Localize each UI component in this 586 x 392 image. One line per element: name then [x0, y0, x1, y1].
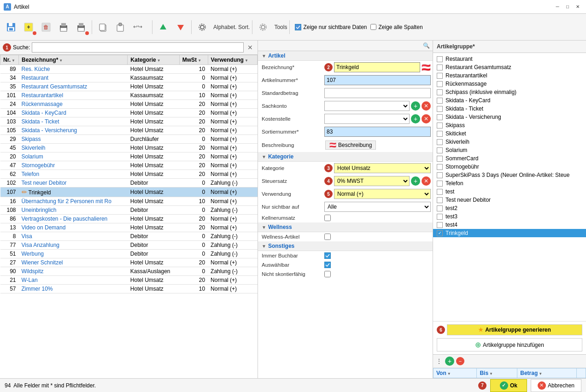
table-row[interactable]: 107 ✏ Trinkgeld Hotel Umsatz 0 Normal (+… — [0, 187, 258, 197]
nicht-skontierfaehig-checkbox[interactable] — [324, 271, 331, 277]
cancel-button[interactable]: ✕ Abbrechen — [531, 379, 581, 392]
article-group-item[interactable]: Restaurant Gesamtumsatz — [433, 63, 586, 71]
ag-checkbox[interactable] — [437, 197, 443, 203]
article-group-item[interactable]: SommerCard — [433, 154, 586, 163]
save-button[interactable] — [3, 19, 19, 35]
print2-button[interactable] — [73, 19, 89, 35]
search-icon[interactable]: 🔍 — [423, 42, 430, 49]
price-col-betrag[interactable]: Betrag▼ — [517, 369, 577, 378]
kostenstelle-clear-button[interactable]: ✕ — [422, 114, 431, 123]
ag-checkbox[interactable] — [437, 123, 443, 129]
maximize-button[interactable]: □ — [563, 2, 572, 12]
table-row[interactable]: 45 Skiverleih Hotel Umsatz 20 Normal (+) — [0, 144, 258, 152]
show-visible-check[interactable]: Zeige nur sichtbare Daten — [295, 24, 367, 30]
article-group-item[interactable]: Rückenmassage — [433, 80, 586, 88]
ag-checkbox[interactable] — [437, 205, 443, 211]
ag-checkbox[interactable] — [437, 81, 443, 87]
ag-checkbox[interactable] — [437, 164, 443, 170]
ag-checkbox[interactable]: ✓ — [437, 230, 443, 236]
table-row[interactable]: 29 Skipass Durchläufer 0 Normal (+) — [0, 135, 258, 144]
artikelnummer-input[interactable] — [324, 75, 431, 85]
table-row[interactable]: 16 Übernachtung für 2 Personen mit Ro Ho… — [0, 197, 258, 206]
ag-checkbox[interactable] — [437, 172, 443, 178]
ag-checkbox[interactable] — [437, 64, 443, 70]
show-all-columns-checkbox[interactable] — [370, 24, 376, 30]
article-group-item[interactable]: Telefon — [433, 179, 586, 187]
ag-checkbox[interactable] — [437, 98, 443, 104]
tools-icon[interactable] — [255, 19, 271, 35]
immer-buchbar-checkbox[interactable] — [324, 252, 331, 259]
table-row[interactable]: 8 Visa Debitor 0 Zahlung (-) — [0, 232, 258, 241]
col-verwendung[interactable]: Verwendung▼ — [208, 55, 257, 65]
kategorie-section-header[interactable]: ▼ Kategorie — [258, 152, 433, 162]
ag-checkbox[interactable] — [437, 156, 443, 162]
ag-checkbox[interactable] — [437, 114, 443, 120]
table-row[interactable]: 89 Res. Küche Hotel Umsatz 10 Normal (+) — [0, 65, 258, 74]
steuersatz-select[interactable]: 0% MWST — [334, 176, 410, 186]
ag-checkbox[interactable] — [437, 139, 443, 145]
table-row[interactable]: 102 Test neuer Debitor Debitor 0 Zahlung… — [0, 179, 258, 187]
auswahlbar-checkbox[interactable] — [324, 262, 331, 268]
table-row[interactable]: 27 Wiener Schnitzel Hotel Umsatz 20 Norm… — [0, 258, 258, 267]
article-group-item[interactable]: ✓ Trinkgeld — [433, 229, 586, 237]
search-clear-button[interactable]: ✕ — [246, 44, 255, 51]
ag-checkbox[interactable] — [437, 131, 443, 137]
table-row[interactable]: 62 Telefon Hotel Umsatz 20 Normal (+) — [0, 170, 258, 179]
settings-button[interactable] — [194, 19, 211, 35]
article-group-item[interactable]: Skiticket — [433, 129, 586, 138]
ag-checkbox[interactable] — [437, 189, 443, 195]
table-row[interactable]: 34 Restaurant Kassaumsatz 0 Normal (+) — [0, 74, 258, 82]
copy-button[interactable] — [94, 19, 111, 35]
article-group-item[interactable]: Skidata - KeyCard — [433, 96, 586, 105]
close-button[interactable]: ✕ — [573, 2, 582, 12]
search-input[interactable] — [32, 42, 244, 53]
article-group-item[interactable]: test — [433, 187, 586, 196]
ag-checkbox[interactable] — [437, 147, 443, 153]
price-col-von[interactable]: Von▼ — [434, 369, 477, 378]
table-row[interactable]: 86 Vertragskosten - Die pauschalieren Ho… — [0, 215, 258, 223]
tools-label[interactable]: Tools — [274, 24, 287, 30]
table-row[interactable]: 13 Video on Demand Hotel Umsatz 20 Norma… — [0, 223, 258, 232]
kostenstelle-add-button[interactable]: + — [411, 114, 420, 123]
steuersatz-clear-button[interactable]: ✕ — [422, 176, 431, 186]
ok-button[interactable]: ✓ Ok — [490, 379, 527, 392]
wellness-section-header[interactable]: ▼ Wellness — [258, 222, 433, 232]
table-row[interactable]: 101 Restaurantartikel Kassaumsatz 10 Nor… — [0, 91, 258, 100]
ag-checkbox[interactable] — [437, 181, 443, 187]
table-row[interactable]: 103 Skidata - Ticket Hotel Umsatz 20 Nor… — [0, 117, 258, 126]
paste-button[interactable] — [112, 19, 129, 35]
article-group-item[interactable]: SuperSkiPass 3 Days (Neuer Online-Artike… — [433, 171, 586, 179]
article-group-item[interactable]: test2 — [433, 204, 586, 212]
up-button[interactable] — [155, 19, 171, 35]
table-row[interactable]: 51 Werbung Debitor 0 Zahlung (-) — [0, 250, 258, 258]
price-drag-handle[interactable]: ⋮ — [436, 357, 442, 365]
col-mwst[interactable]: MwSt▼ — [179, 55, 208, 65]
arrows-button[interactable]: ↩↪ — [129, 19, 150, 35]
table-row[interactable]: 47 Stornogebühr Hotel Umsatz 20 Normal (… — [0, 161, 258, 170]
beschreibung-button[interactable]: 🇦🇹 Beschreibung — [325, 140, 376, 150]
col-kategorie[interactable]: Kategorie▼ — [128, 55, 179, 65]
flag-icon[interactable]: 🇦🇹 — [422, 63, 431, 72]
sonstiges-section-header[interactable]: ▼ Sonstiges — [258, 241, 433, 251]
price-col-bis[interactable]: Bis▼ — [477, 369, 517, 378]
sortiernummer-input[interactable] — [324, 127, 431, 137]
kostenstelle-select[interactable] — [324, 114, 410, 124]
ag-checkbox[interactable] — [437, 214, 443, 220]
article-group-item[interactable]: Test neuer Debitor — [433, 196, 586, 204]
ag-checkbox[interactable] — [437, 56, 443, 62]
add-artikelgruppe-button[interactable]: ⊕ Artikelgruppe hinzufügen — [437, 338, 582, 351]
nur-sichtbar-select[interactable]: Alle — [324, 202, 431, 212]
show-all-columns-check[interactable]: Zeige alle Spalten — [370, 24, 422, 30]
table-row[interactable]: 105 Skidata - Versicherung Hotel Umsatz … — [0, 126, 258, 135]
delete-button[interactable]: 🗑 — [38, 19, 54, 35]
alphabet-sort-label[interactable]: Alphabet. Sort. — [213, 24, 250, 30]
sachkonto-clear-button[interactable]: ✕ — [422, 101, 431, 111]
table-row[interactable]: 24 Rückenmassage Hotel Umsatz 20 Normal … — [0, 100, 258, 109]
col-bezeichnung[interactable]: Bezeichnung*▼ — [19, 55, 128, 65]
print-button[interactable] — [55, 19, 72, 35]
article-group-item[interactable]: Stornogebühr — [433, 163, 586, 171]
table-row[interactable]: 20 Solarium Hotel Umsatz 20 Normal (+) — [0, 152, 258, 161]
bezeichnung-input[interactable] — [334, 62, 420, 72]
table-row[interactable]: 90 Wildspitz Kassa/Auslagen 0 Zahlung (-… — [0, 267, 258, 276]
sachkonto-select[interactable] — [324, 101, 410, 111]
